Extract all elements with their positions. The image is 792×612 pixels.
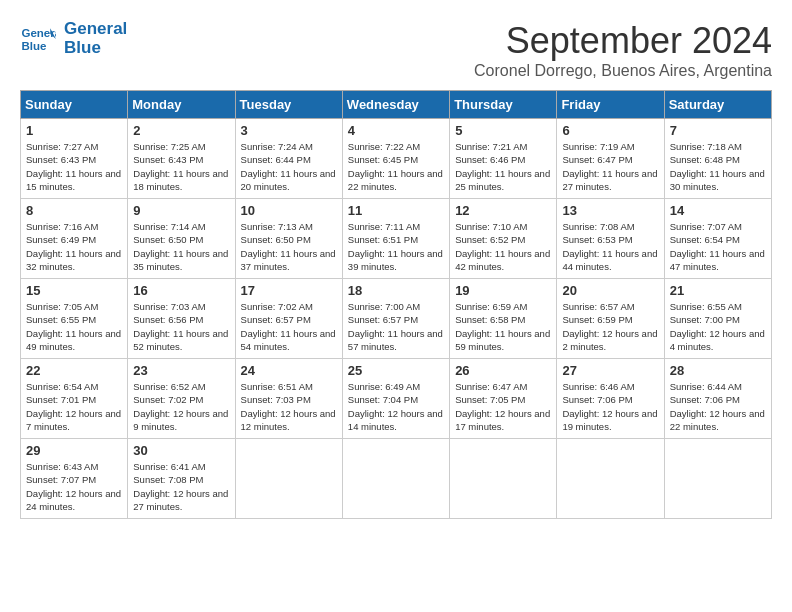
day-14: 14 Sunrise: 7:07 AMSunset: 6:54 PMDaylig… [664, 199, 771, 279]
day-28: 28 Sunrise: 6:44 AMSunset: 7:06 PMDaylig… [664, 359, 771, 439]
day-30: 30 Sunrise: 6:41 AMSunset: 7:08 PMDaylig… [128, 439, 235, 519]
week-2-row: 8 Sunrise: 7:16 AMSunset: 6:49 PMDayligh… [21, 199, 772, 279]
empty-cell-5 [664, 439, 771, 519]
day-4: 4 Sunrise: 7:22 AMSunset: 6:45 PMDayligh… [342, 119, 449, 199]
day-25: 25 Sunrise: 6:49 AMSunset: 7:04 PMDaylig… [342, 359, 449, 439]
logo-line1: General [64, 20, 127, 39]
header-tuesday: Tuesday [235, 91, 342, 119]
logo-line2: Blue [64, 39, 127, 58]
month-title: September 2024 [474, 20, 772, 62]
day-22: 22 Sunrise: 6:54 AMSunset: 7:01 PMDaylig… [21, 359, 128, 439]
svg-text:Blue: Blue [21, 39, 47, 51]
day-23: 23 Sunrise: 6:52 AMSunset: 7:02 PMDaylig… [128, 359, 235, 439]
day-10: 10 Sunrise: 7:13 AMSunset: 6:50 PMDaylig… [235, 199, 342, 279]
day-24: 24 Sunrise: 6:51 AMSunset: 7:03 PMDaylig… [235, 359, 342, 439]
day-26: 26 Sunrise: 6:47 AMSunset: 7:05 PMDaylig… [450, 359, 557, 439]
logo: General Blue General Blue [20, 20, 127, 57]
day-27: 27 Sunrise: 6:46 AMSunset: 7:06 PMDaylig… [557, 359, 664, 439]
day-3: 3 Sunrise: 7:24 AMSunset: 6:44 PMDayligh… [235, 119, 342, 199]
day-19: 19 Sunrise: 6:59 AMSunset: 6:58 PMDaylig… [450, 279, 557, 359]
day-13: 13 Sunrise: 7:08 AMSunset: 6:53 PMDaylig… [557, 199, 664, 279]
day-12: 12 Sunrise: 7:10 AMSunset: 6:52 PMDaylig… [450, 199, 557, 279]
day-18: 18 Sunrise: 7:00 AMSunset: 6:57 PMDaylig… [342, 279, 449, 359]
day-21: 21 Sunrise: 6:55 AMSunset: 7:00 PMDaylig… [664, 279, 771, 359]
day-2: 2 Sunrise: 7:25 AMSunset: 6:43 PMDayligh… [128, 119, 235, 199]
header-friday: Friday [557, 91, 664, 119]
empty-cell-3 [450, 439, 557, 519]
day-6: 6 Sunrise: 7:19 AMSunset: 6:47 PMDayligh… [557, 119, 664, 199]
logo-icon: General Blue [20, 21, 56, 57]
day-11: 11 Sunrise: 7:11 AMSunset: 6:51 PMDaylig… [342, 199, 449, 279]
day-1: 1 Sunrise: 7:27 AMSunset: 6:43 PMDayligh… [21, 119, 128, 199]
weekday-header-row: Sunday Monday Tuesday Wednesday Thursday… [21, 91, 772, 119]
header-sunday: Sunday [21, 91, 128, 119]
week-4-row: 22 Sunrise: 6:54 AMSunset: 7:01 PMDaylig… [21, 359, 772, 439]
header-thursday: Thursday [450, 91, 557, 119]
day-29: 29 Sunrise: 6:43 AMSunset: 7:07 PMDaylig… [21, 439, 128, 519]
day-20: 20 Sunrise: 6:57 AMSunset: 6:59 PMDaylig… [557, 279, 664, 359]
day-5: 5 Sunrise: 7:21 AMSunset: 6:46 PMDayligh… [450, 119, 557, 199]
day-16: 16 Sunrise: 7:03 AMSunset: 6:56 PMDaylig… [128, 279, 235, 359]
header-monday: Monday [128, 91, 235, 119]
week-5-row: 29 Sunrise: 6:43 AMSunset: 7:07 PMDaylig… [21, 439, 772, 519]
header-wednesday: Wednesday [342, 91, 449, 119]
week-1-row: 1 Sunrise: 7:27 AMSunset: 6:43 PMDayligh… [21, 119, 772, 199]
header-saturday: Saturday [664, 91, 771, 119]
empty-cell-1 [235, 439, 342, 519]
empty-cell-2 [342, 439, 449, 519]
day-8: 8 Sunrise: 7:16 AMSunset: 6:49 PMDayligh… [21, 199, 128, 279]
title-area: September 2024 Coronel Dorrego, Buenos A… [474, 20, 772, 80]
calendar-table: Sunday Monday Tuesday Wednesday Thursday… [20, 90, 772, 519]
location-subtitle: Coronel Dorrego, Buenos Aires, Argentina [474, 62, 772, 80]
empty-cell-4 [557, 439, 664, 519]
day-17: 17 Sunrise: 7:02 AMSunset: 6:57 PMDaylig… [235, 279, 342, 359]
day-15: 15 Sunrise: 7:05 AMSunset: 6:55 PMDaylig… [21, 279, 128, 359]
day-9: 9 Sunrise: 7:14 AMSunset: 6:50 PMDayligh… [128, 199, 235, 279]
header: General Blue General Blue September 2024… [20, 20, 772, 80]
day-7: 7 Sunrise: 7:18 AMSunset: 6:48 PMDayligh… [664, 119, 771, 199]
week-3-row: 15 Sunrise: 7:05 AMSunset: 6:55 PMDaylig… [21, 279, 772, 359]
